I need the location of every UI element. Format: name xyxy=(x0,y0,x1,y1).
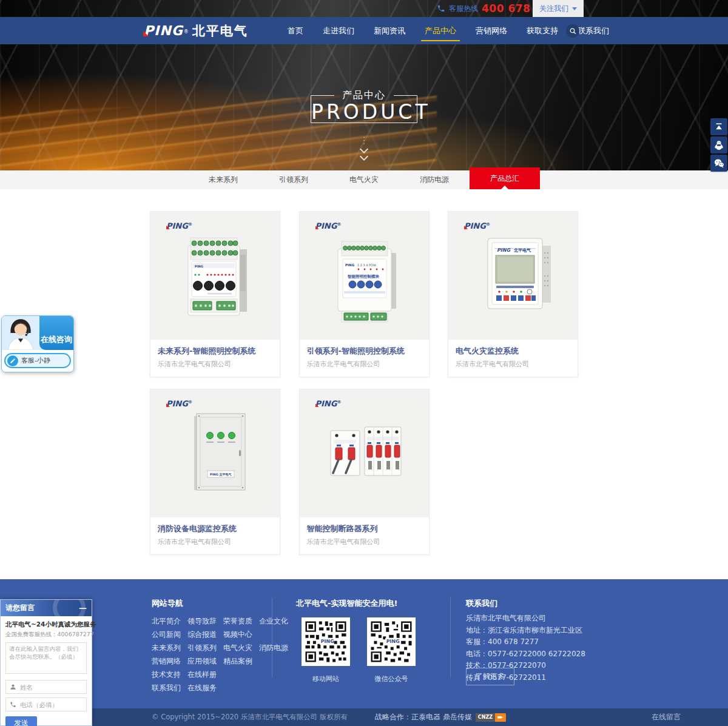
follow-us-button[interactable]: 关注我们 xyxy=(533,0,584,17)
search-button[interactable] xyxy=(566,24,579,38)
contact-phone: 电话：0577-62722000 62722028 xyxy=(466,649,585,657)
tab-fire-power[interactable]: 消防电源 xyxy=(399,170,470,189)
topbar: 客服热线 400 678 7277 关注我们 xyxy=(0,0,728,17)
ping-logo-watermark: PING® xyxy=(166,221,192,230)
cnzz-badge[interactable]: CNZZ xyxy=(476,713,506,722)
phone-field[interactable] xyxy=(5,697,87,711)
name-input[interactable] xyxy=(20,684,83,691)
chat-agent-button[interactable]: 客服-小静 xyxy=(4,353,71,368)
footer-link[interactable]: 引领系列 xyxy=(187,643,217,653)
phone-input[interactable] xyxy=(20,701,83,708)
footer-nav-title: 网站导航 xyxy=(152,598,183,609)
tab-electric-fire[interactable]: 电气火灾 xyxy=(329,170,399,189)
footer-link[interactable]: 公司新闻 xyxy=(152,630,181,640)
product-card-electric-fire-monitor[interactable]: PING® PING 北平电气 电气火灾监控系统 xyxy=(448,211,578,377)
footer-link[interactable]: 企业文化 xyxy=(259,616,288,627)
product-card-fire-power-monitor[interactable]: PING® PING 北平电气 消防设备电源监控系统 乐清市北平电气有限公司 xyxy=(150,389,280,555)
svg-text:PING: PING xyxy=(386,639,400,644)
mobile-site-qr-code: PING xyxy=(302,617,350,666)
nav-item-support[interactable]: 获取支持 xyxy=(517,17,568,44)
product-title: 智能控制断路器系列 xyxy=(307,523,422,534)
product-grid-row-2: PING® PING 北平电气 消防设备电源监控系统 乐清市北平电气有限公司 xyxy=(150,389,581,555)
send-button[interactable]: 发送 xyxy=(5,716,37,726)
circuit-breaker-image xyxy=(318,399,410,508)
product-image: PING® PING xyxy=(150,212,280,340)
back-to-top-button[interactable] xyxy=(710,118,727,135)
phone-icon xyxy=(10,701,16,708)
nav-item-products[interactable]: 产品中心 xyxy=(415,17,466,44)
product-title: 电气火灾监控系统 xyxy=(456,346,570,356)
product-title: 引领系列-智能照明控制系统 xyxy=(307,346,422,356)
nav-item-home[interactable]: 首页 xyxy=(278,17,313,44)
footer-link[interactable]: 消防电源 xyxy=(259,643,288,653)
footer-link[interactable]: 北平简介 xyxy=(152,616,181,627)
product-card-future-lighting[interactable]: PING® PING xyxy=(150,211,280,377)
main-navbar: PING ® 北平电气 首页 走进我们 新闻资讯 产品中心 营销网络 获取支持 … xyxy=(0,17,728,44)
lighting-module-a-image: PING xyxy=(170,221,261,331)
footer-link[interactable]: 领导致辞 xyxy=(187,616,217,627)
footer-link[interactable]: 视频中心 xyxy=(223,630,252,640)
product-image: PING® PING 1 2 3 4 POW 智能照明控制模块 xyxy=(300,212,429,340)
caret-down-icon xyxy=(572,7,577,10)
message-hotline: 全国免费客服热线：4006787277 xyxy=(5,631,87,639)
pen-icon xyxy=(7,355,18,366)
qq-button[interactable] xyxy=(710,136,727,153)
product-grid-row-1: PING® PING xyxy=(150,211,581,377)
footer-link[interactable]: 在线服务 xyxy=(187,683,217,693)
qq-icon xyxy=(713,139,724,150)
company-logo[interactable]: PING ® 北平电气 xyxy=(144,17,248,44)
cnzz-arrow-icon xyxy=(495,713,506,722)
online-consult-widget: 在线咨询 客服-小静 xyxy=(1,315,74,372)
hero-title-box: 产品中心 PRODUCT xyxy=(311,95,417,123)
ping-logo-watermark: PING® xyxy=(464,221,490,230)
minimize-button[interactable]: — xyxy=(79,605,87,611)
person-icon xyxy=(10,684,16,690)
side-float-buttons xyxy=(710,118,727,172)
tab-leading-series[interactable]: 引领系列 xyxy=(258,170,329,189)
footer-link[interactable]: 在线样册 xyxy=(187,670,217,680)
product-card-leading-lighting[interactable]: PING® PING 1 2 3 4 POW 智能照明控制模块 xyxy=(299,211,430,377)
message-textarea[interactable] xyxy=(5,642,87,674)
wechat-icon xyxy=(713,158,725,169)
nav-item-marketing[interactable]: 营销网络 xyxy=(466,17,517,44)
online-message-link[interactable]: 在线留言 xyxy=(652,708,681,726)
nav-item-about[interactable]: 走进我们 xyxy=(313,17,364,44)
message-widget: 请您留言 — 北平电气~24小时真诚为您服务 全国免费客服热线：40067872… xyxy=(0,599,92,726)
footer: 网站导航 北平简介领导致辞荣誉资质企业文化 公司新闻综合报道视频中心 未来系列引… xyxy=(0,579,728,708)
footer-link[interactable]: 荣誉资质 xyxy=(223,616,252,627)
ping-logo-watermark: PING® xyxy=(166,399,192,408)
product-company: 乐清市北平电气有限公司 xyxy=(307,537,422,546)
ping-logo-watermark: PING® xyxy=(315,399,342,408)
hotline-label: 客服热线 xyxy=(449,4,478,14)
name-field[interactable] xyxy=(5,680,87,694)
footer-link[interactable]: 电气火灾 xyxy=(223,643,252,653)
tab-future-series[interactable]: 未来系列 xyxy=(188,170,258,189)
fire-monitor-meter-image: PING 北平电气 xyxy=(468,221,559,331)
logo-text-cn: 北平电气 xyxy=(192,22,248,39)
footer-link[interactable]: 精品案例 xyxy=(223,656,252,667)
logo-text-en: PING xyxy=(144,23,183,38)
wechat-button[interactable] xyxy=(710,155,727,172)
chat-agent-name: 客服-小静 xyxy=(21,356,50,365)
product-image: PING® PING 北平电气 xyxy=(448,212,578,340)
footer-link[interactable]: 营销网络 xyxy=(152,656,181,667)
footer-link[interactable]: 技术支持 xyxy=(152,670,181,680)
copyright-text: © Copyright 2015~2020 乐清市北平电气有限公司 版权所有 xyxy=(152,708,348,726)
footer-link[interactable]: 综合报道 xyxy=(187,630,217,640)
product-card-smart-breaker[interactable]: PING® xyxy=(299,389,430,555)
footer-link[interactable]: 未来系列 xyxy=(152,643,181,653)
nav-item-news[interactable]: 新闻资讯 xyxy=(364,17,415,44)
contact-address: 地址：浙江省乐清市柳市新光工业区 xyxy=(466,625,585,633)
hero-title-en: PRODUCT xyxy=(311,100,417,124)
product-title: 未来系列-智能照明控制系统 xyxy=(158,346,272,356)
footer-slogan: 北平电气-实现智能安全用电! xyxy=(296,598,397,609)
follow-us-label: 关注我们 xyxy=(539,4,568,14)
tab-all-products[interactable]: 产品总汇 xyxy=(470,167,540,189)
wechat-official-qr-code: PING xyxy=(367,617,416,666)
footer-divider xyxy=(272,597,272,677)
footer-link[interactable]: 联系我们 xyxy=(152,683,181,693)
message-slogan: 北平电气~24小时真诚为您服务 xyxy=(5,620,87,629)
learn-more-button[interactable]: 了解更多 xyxy=(466,668,514,685)
footer-link[interactable]: 应用领域 xyxy=(187,656,217,667)
chat-widget-title: 在线咨询 xyxy=(41,334,72,345)
